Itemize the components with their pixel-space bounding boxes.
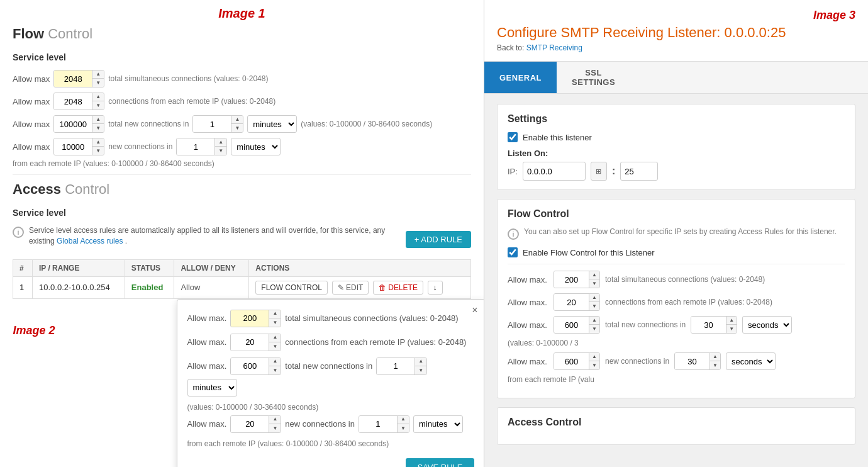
new-connections-text: total new connections in (108, 120, 189, 128)
time-1-down[interactable]: ▼ (231, 124, 243, 133)
flow-control-popup: × Allow max. ▲ ▼ (177, 299, 485, 467)
flow-sim-up[interactable]: ▲ (589, 271, 599, 279)
popup-remote-down[interactable]: ▼ (269, 342, 281, 351)
flow-unit-1-select[interactable]: seconds minutes (742, 316, 792, 334)
popup-rn-up[interactable]: ▲ (269, 415, 281, 424)
flow-t1-up[interactable]: ▲ (726, 316, 737, 325)
enable-listener-checkbox[interactable] (508, 132, 518, 142)
new-connections-up[interactable]: ▲ (92, 115, 104, 124)
popup-close-button[interactable]: × (472, 305, 477, 316)
flow-rn-input[interactable]: ▲ ▼ (554, 352, 600, 370)
flow-t1-down[interactable]: ▼ (726, 325, 737, 334)
popup-sim-up[interactable]: ▲ (269, 310, 281, 318)
popup-time-2-value[interactable] (359, 415, 397, 433)
flow-new-input[interactable]: ▲ ▼ (554, 316, 600, 334)
time-value-2-input[interactable]: ▲ ▼ (176, 138, 227, 155)
flow-control-button[interactable]: FLOW CONTROL (255, 281, 328, 295)
delete-button[interactable]: 🗑 DELETE (373, 281, 423, 295)
time-2-down[interactable]: ▼ (215, 147, 226, 155)
port-input[interactable] (620, 162, 658, 181)
time-2-up[interactable]: ▲ (215, 138, 226, 147)
new-connections-value[interactable] (54, 115, 92, 133)
new-connections-down[interactable]: ▼ (92, 124, 104, 133)
popup-total-sim-input[interactable]: ▲ ▼ (230, 310, 281, 327)
popup-time-2-input[interactable]: ▲ ▼ (359, 415, 409, 433)
move-down-button[interactable]: ↓ (428, 281, 443, 295)
flow-time-1-input[interactable]: ▲ ▼ (691, 316, 737, 334)
popup-t1-down[interactable]: ▼ (415, 366, 426, 375)
popup-t1-up[interactable]: ▲ (415, 357, 426, 366)
flow-t2-down[interactable]: ▼ (710, 361, 720, 370)
flow-remote-up[interactable]: ▲ (589, 293, 599, 302)
flow-remote-down[interactable]: ▼ (589, 302, 599, 311)
popup-new-conn-value[interactable] (231, 357, 269, 375)
time-value-2[interactable] (177, 138, 214, 155)
flow-rn-down[interactable]: ▼ (589, 361, 599, 370)
popup-remote-up[interactable]: ▲ (269, 334, 281, 342)
flow-time-2-input[interactable]: ▲ ▼ (674, 352, 721, 370)
popup-time-1-input[interactable]: ▲ ▼ (376, 357, 427, 375)
popup-t2-up[interactable]: ▲ (398, 415, 409, 424)
flow-sim-input[interactable]: ▲ ▼ (554, 271, 600, 288)
tab-ssl-settings[interactable]: SSLSETTINGS (557, 62, 630, 93)
popup-t2-down[interactable]: ▼ (398, 424, 409, 433)
popup-new-down[interactable]: ▼ (269, 366, 281, 375)
remote-ip-connections-value[interactable] (54, 93, 92, 110)
popup-unit-2-select[interactable]: minutes seconds (413, 415, 463, 433)
flow-new-down[interactable]: ▼ (589, 325, 599, 334)
row-status: Enabled (125, 276, 174, 298)
new-connections-input[interactable]: ▲ ▼ (53, 115, 104, 133)
time-value-1-input[interactable]: ▲ ▼ (192, 115, 243, 133)
remote-new-connections-input[interactable]: ▲ ▼ (53, 138, 104, 155)
time-1-up[interactable]: ▲ (231, 115, 243, 124)
popup-remote-ip-input[interactable]: ▲ ▼ (230, 334, 281, 351)
flow-remote-input[interactable]: ▲ ▼ (554, 293, 600, 311)
time-value-1[interactable] (193, 115, 231, 133)
popup-new-conn-input[interactable]: ▲ ▼ (230, 357, 281, 375)
access-control-title: Access Control (508, 417, 845, 428)
edit-button[interactable]: ✎ EDIT (332, 281, 369, 295)
flow-time-1-value[interactable] (691, 316, 726, 334)
popup-remote-new-input[interactable]: ▲ ▼ (230, 415, 281, 433)
popup-help-2: from each remote IP (values: 0-100000 / … (187, 439, 474, 448)
time-unit-1-select[interactable]: minutes seconds (247, 115, 297, 133)
global-access-link[interactable]: Global Access rules (57, 237, 123, 245)
popup-rn-down[interactable]: ▼ (269, 424, 281, 433)
ip-address-input[interactable] (523, 162, 586, 181)
remote-new-connections-value[interactable] (54, 138, 92, 155)
flow-rn-up[interactable]: ▲ (589, 352, 599, 361)
flow-unit-2-select[interactable]: seconds minutes (726, 352, 776, 370)
smtp-receiving-link[interactable]: SMTP Receiving (526, 43, 582, 52)
flow-new-up[interactable]: ▲ (589, 316, 599, 325)
total-connections-down[interactable]: ▼ (92, 79, 104, 87)
remote-ip-up[interactable]: ▲ (92, 93, 104, 101)
popup-new-up[interactable]: ▲ (269, 357, 281, 366)
flow-new-value[interactable] (554, 316, 589, 334)
time-unit-2-select[interactable]: minutes seconds (231, 138, 281, 155)
flow-sim-down[interactable]: ▼ (589, 279, 599, 288)
total-connections-input[interactable]: ▲ ▼ (53, 70, 104, 87)
tab-general[interactable]: GENERAL (484, 62, 557, 93)
flow-rn-value[interactable] (554, 352, 589, 370)
allow-max-label-4: Allow max (13, 142, 50, 152)
popup-remote-new-value[interactable] (231, 415, 269, 433)
popup-unit-1-select[interactable]: minutes seconds (187, 379, 237, 397)
total-connections-up[interactable]: ▲ (92, 70, 104, 79)
remote-ip-down[interactable]: ▼ (92, 101, 104, 110)
enable-flow-checkbox[interactable] (508, 247, 518, 257)
add-rule-button[interactable]: + ADD RULE (406, 231, 471, 248)
popup-remote-ip-value[interactable] (231, 334, 269, 351)
popup-total-sim-value[interactable] (231, 310, 269, 327)
flow-sim-value[interactable] (554, 271, 589, 288)
save-rule-button[interactable]: SAVE RULE (406, 458, 474, 467)
popup-new-text: total new connections in (285, 361, 372, 371)
popup-time-1-value[interactable] (377, 357, 415, 375)
remote-new-up[interactable]: ▲ (92, 138, 104, 147)
flow-remote-value[interactable] (554, 293, 589, 311)
total-connections-value[interactable] (54, 70, 92, 87)
remote-new-down[interactable]: ▼ (92, 147, 104, 155)
popup-sim-down[interactable]: ▼ (269, 318, 281, 327)
flow-t2-up[interactable]: ▲ (710, 352, 720, 361)
remote-ip-connections-input[interactable]: ▲ ▼ (53, 93, 104, 110)
flow-time-2-value[interactable] (675, 352, 709, 370)
